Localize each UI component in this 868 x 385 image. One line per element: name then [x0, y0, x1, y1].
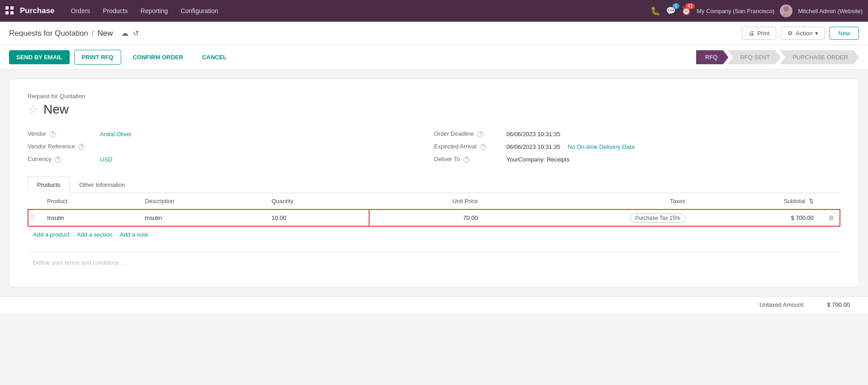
user-avatar[interactable]: [780, 5, 792, 17]
action-button[interactable]: ⚙ Action ▾: [781, 27, 825, 40]
form-card: Request for Quotation ☆ New Vendor ? Ani…: [9, 79, 859, 287]
table-row: ⠿ Insulin Insulin 10.00 70.00: [28, 209, 840, 226]
status-pipeline: RFQ RFQ SENT PURCHASE ORDER: [696, 50, 859, 64]
untaxed-label: Untaxed Amount:: [759, 301, 805, 308]
vendor-value[interactable]: Anital Oliver: [100, 131, 132, 138]
nav-brand[interactable]: Purchase: [20, 6, 55, 15]
footer-totals: Untaxed Amount: $ 700.00: [0, 296, 868, 313]
order-deadline-value[interactable]: 06/06/2023 10:31:35: [507, 131, 560, 138]
print-button[interactable]: 🖨 Print: [742, 27, 776, 40]
col-quantity-header: Quantity: [266, 193, 369, 209]
action-bar: SEND BY EMAIL PRINT RFQ CONFIRM ORDER CA…: [0, 45, 868, 70]
gear-icon: ⚙: [787, 30, 793, 37]
pipeline-step-rfq[interactable]: RFQ: [696, 50, 728, 64]
expected-arrival-label: Expected Arrival ?: [434, 143, 507, 150]
tax-badge[interactable]: Purchase Tax 15%: [630, 214, 685, 223]
untaxed-value: $ 700.00: [814, 301, 850, 308]
expected-arrival-value[interactable]: 06/06/2023 10:31:35: [507, 143, 560, 150]
taxes-cell[interactable]: Purchase Tax 15%: [484, 209, 691, 226]
deliver-to-value[interactable]: YourCompany: Receipts: [507, 156, 570, 163]
svg-point-4: [783, 6, 789, 12]
vendor-label: Vendor ?: [28, 130, 100, 138]
favorite-star-icon[interactable]: ☆: [28, 103, 38, 117]
grid-icon[interactable]: [5, 6, 14, 15]
currency-label: Currency ?: [28, 156, 100, 163]
add-product-link[interactable]: Add a product: [33, 231, 70, 238]
currency-value[interactable]: USD: [100, 156, 112, 163]
delete-cell[interactable]: 🗑: [819, 209, 840, 226]
product-table: Product Description Quantity Unit Price …: [28, 193, 840, 227]
vendor-ref-label: Vendor Reference ?: [28, 143, 100, 150]
table-header-row: Product Description Quantity Unit Price …: [28, 193, 840, 209]
confirm-order-button[interactable]: CONFIRM ORDER: [126, 50, 190, 64]
col-subtotal-header: Subtotal ⇅: [691, 193, 819, 209]
form-fields-left: Vendor ? Anital Oliver Vendor Reference …: [28, 128, 434, 166]
printer-icon: 🖨: [749, 30, 754, 37]
quantity-cell[interactable]: 10.00: [266, 209, 369, 226]
order-deadline-label: Order Deadline ?: [434, 130, 507, 138]
form-title: New: [43, 102, 69, 117]
breadcrumb-parent[interactable]: Requests for Quotation: [9, 29, 88, 38]
vendor-field-row: Vendor ? Anital Oliver: [28, 128, 434, 140]
debug-icon[interactable]: 🐛: [650, 6, 660, 16]
order-deadline-field-row: Order Deadline ? 06/06/2023 10:31:35: [434, 128, 841, 140]
chat-icon[interactable]: 💬 6: [666, 6, 676, 16]
add-note-link[interactable]: Add a note: [120, 231, 148, 238]
order-deadline-help-icon[interactable]: ?: [477, 131, 484, 138]
total-row: Untaxed Amount: $ 700.00: [759, 301, 850, 308]
breadcrumb-current: New: [98, 29, 113, 38]
chevron-down-icon: ▾: [815, 30, 818, 37]
deliver-to-field-row: Deliver To ? YourCompany: Receipts: [434, 153, 841, 166]
add-links: Add a product Add a section Add a note: [28, 227, 840, 242]
product-cell[interactable]: Insulin: [42, 209, 139, 226]
top-navigation: Purchase Orders Products Reporting Confi…: [0, 0, 868, 22]
nav-item-orders[interactable]: Orders: [66, 0, 96, 22]
currency-help-icon[interactable]: ?: [55, 157, 61, 163]
form-subtitle: Request for Quotation: [28, 93, 840, 100]
send-email-button[interactable]: SEND BY EMAIL: [9, 50, 70, 64]
subtotal-cell: $ 700.00: [691, 209, 819, 226]
pipeline-step-purchase-order[interactable]: PURCHASE ORDER: [780, 50, 859, 64]
col-actions-header: [819, 193, 840, 209]
vendor-ref-field-row: Vendor Reference ?: [28, 140, 434, 153]
chat-badge: 6: [673, 3, 680, 9]
nav-right: 🐛 💬 6 ⏰ 41 My Company (San Francisco) Mi…: [650, 5, 863, 17]
add-section-link[interactable]: Add a section: [77, 231, 113, 238]
new-button[interactable]: New: [830, 27, 859, 40]
unit-price-cell[interactable]: 70.00: [369, 209, 484, 226]
col-product-header: Product: [42, 193, 139, 209]
sort-icon[interactable]: ⇅: [809, 198, 814, 204]
main-content: Request for Quotation ☆ New Vendor ? Ani…: [0, 70, 868, 296]
nav-item-products[interactable]: Products: [97, 0, 133, 22]
vendor-ref-help-icon[interactable]: ?: [78, 144, 85, 150]
pipeline-steps: RFQ RFQ SENT PURCHASE ORDER: [696, 50, 859, 64]
svg-rect-0: [5, 6, 9, 10]
activity-icon[interactable]: ⏰ 41: [681, 6, 691, 16]
breadcrumb: Requests for Quotation / New ☁ ↺: [9, 29, 742, 38]
col-description-header: Description: [139, 193, 266, 209]
col-taxes-header: Taxes: [484, 193, 691, 209]
tab-products[interactable]: Products: [28, 176, 70, 193]
form-fields: Vendor ? Anital Oliver Vendor Reference …: [28, 128, 840, 166]
delete-row-icon[interactable]: 🗑: [828, 214, 834, 221]
no-delivery-data-link[interactable]: No On-time Delivery Data: [568, 143, 635, 150]
refresh-icon[interactable]: ↺: [133, 29, 139, 38]
print-rfq-button[interactable]: PRINT RFQ: [74, 50, 121, 65]
nav-item-reporting[interactable]: Reporting: [135, 0, 174, 22]
svg-rect-3: [10, 11, 14, 14]
cloud-save-icon[interactable]: ☁: [121, 29, 128, 38]
drag-handle-icon[interactable]: ⠿: [30, 214, 36, 222]
form-fields-right: Order Deadline ? 06/06/2023 10:31:35 Exp…: [434, 128, 841, 166]
nav-item-configuration[interactable]: Configuration: [175, 0, 223, 22]
pipeline-step-rfq-sent[interactable]: RFQ SENT: [727, 50, 781, 64]
cancel-button[interactable]: CANCEL: [195, 50, 234, 64]
expected-arrival-help-icon[interactable]: ?: [480, 144, 486, 150]
tab-other-information[interactable]: Other Information: [70, 176, 134, 193]
breadcrumb-separator: /: [92, 29, 94, 38]
description-cell[interactable]: Insulin: [139, 209, 266, 226]
col-unitprice-header: Unit Price: [369, 193, 484, 209]
vendor-help-icon[interactable]: ?: [50, 131, 56, 138]
deliver-to-help-icon[interactable]: ?: [464, 157, 470, 163]
breadcrumb-actions: ☁ ↺: [121, 29, 139, 38]
expected-arrival-field-row: Expected Arrival ? 06/06/2023 10:31:35 N…: [434, 140, 841, 153]
